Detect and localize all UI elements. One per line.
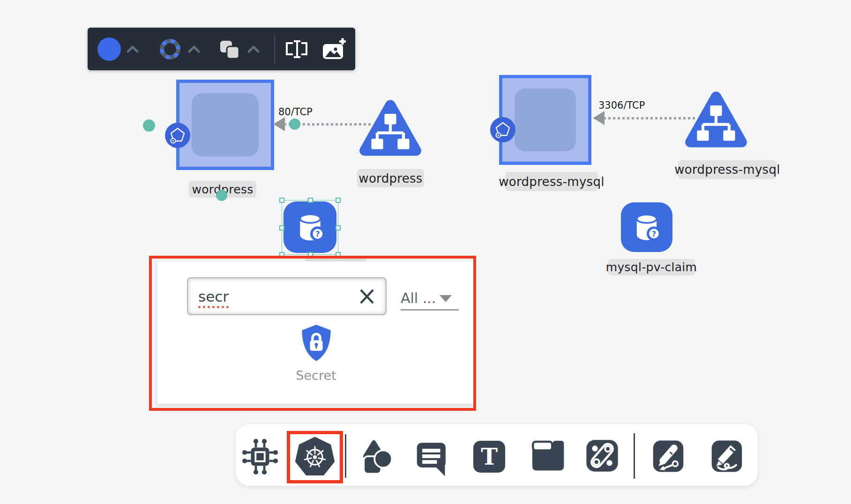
fill-color-swatch[interactable] — [97, 37, 121, 61]
clone-style-expand-chevron[interactable] — [247, 45, 260, 53]
deployment-inner-rect — [515, 89, 576, 151]
pen-connector-tool-button[interactable] — [652, 439, 685, 475]
selection-handle[interactable] — [279, 225, 284, 230]
shapes-tool-button[interactable] — [357, 438, 395, 479]
text-tool-button[interactable]: T — [473, 441, 505, 473]
volume-claim-icon: ? — [628, 209, 665, 245]
comment-tool-button[interactable] — [414, 439, 449, 479]
selection-handle[interactable] — [336, 225, 341, 230]
connection-point-dot[interactable] — [216, 190, 227, 201]
kubernetes-icon — [291, 435, 338, 479]
clone-style-button[interactable] — [219, 40, 241, 59]
selection-handle[interactable] — [279, 198, 284, 203]
edge-arrowhead — [593, 111, 605, 125]
pvc-node-mysql-pv-claim[interactable]: ? — [621, 202, 672, 252]
add-image-button[interactable] — [321, 37, 347, 61]
chevron-up-icon — [126, 45, 139, 53]
deployment-badge-icon — [165, 123, 190, 148]
svg-text:?: ? — [652, 230, 656, 238]
chevron-up-icon — [247, 45, 260, 53]
kubernetes-tool-button-selected[interactable] — [287, 431, 343, 483]
popup-highlight-border — [149, 256, 476, 411]
edge-dotted-line[interactable] — [604, 117, 695, 119]
pencil-scribble-icon — [710, 439, 743, 473]
speech-bubble-icon — [414, 439, 449, 477]
selection-bounding-box[interactable] — [282, 200, 338, 255]
overlapping-squares-icon — [219, 40, 241, 59]
card-tool-button[interactable] — [530, 439, 565, 475]
freehand-pencil-tool-button[interactable] — [710, 439, 743, 475]
stroke-style-expand-chevron[interactable] — [187, 45, 201, 53]
selection-handle[interactable] — [308, 198, 313, 203]
selection-handle[interactable] — [336, 198, 341, 203]
fill-color-expand-chevron[interactable] — [126, 45, 139, 53]
rename-field-icon — [285, 40, 309, 59]
node-label-mysql-pv-claim[interactable]: mysql-pv-claim — [608, 259, 695, 275]
infrastructure-tool-button[interactable] — [240, 437, 280, 478]
toolbar-divider — [634, 433, 635, 479]
chevron-up-icon — [187, 45, 201, 53]
deployment-node-wordpress[interactable] — [176, 80, 274, 170]
service-triangle-icon — [683, 89, 749, 155]
connection-point-dot[interactable] — [143, 119, 155, 132]
service-node-wordpress-mysql[interactable] — [683, 89, 749, 156]
toolbar-divider — [274, 34, 275, 64]
pen-arrow-icon — [652, 439, 685, 473]
node-label-wordpress-mysql-deployment[interactable]: wordpress-mysql — [505, 172, 598, 191]
rename-button[interactable] — [285, 40, 309, 59]
service-triangle-icon — [358, 97, 423, 163]
edge-connection-dot[interactable] — [289, 119, 300, 130]
image-plus-icon — [321, 37, 347, 61]
toolbar-divider — [345, 434, 346, 478]
edge-label-80-tcp[interactable]: 80/TCP — [278, 106, 313, 118]
node-label-wordpress-mysql-service[interactable]: wordpress-mysql — [678, 160, 776, 179]
circuit-chip-icon — [240, 437, 280, 476]
card-icon — [530, 439, 565, 473]
dashed-ring-icon — [159, 38, 181, 60]
edge-label-3306-tcp[interactable]: 3306/TCP — [598, 100, 645, 111]
text-tool-glyph: T — [481, 444, 498, 470]
style-toolbar — [88, 28, 355, 70]
chain-link-tool-button[interactable] — [586, 439, 619, 474]
deployment-badge-icon — [490, 117, 515, 142]
edge-arrowhead — [273, 117, 285, 131]
deployment-inner-rect — [192, 93, 259, 156]
chain-link-icon — [586, 439, 619, 472]
node-label-wordpress-service[interactable]: wordpress — [357, 169, 424, 187]
stroke-style-ring[interactable] — [159, 38, 181, 60]
shapes-icon — [357, 438, 395, 477]
service-node-wordpress[interactable] — [358, 97, 423, 165]
